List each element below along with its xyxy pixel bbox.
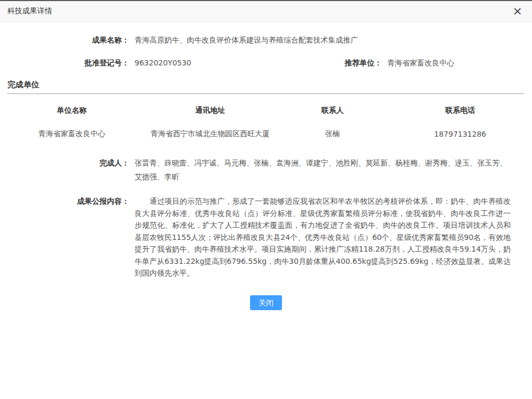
table-row: 青海省家畜改良中心 青海省西宁市城北生物园区西旺大厦 张楠 1879713128… [0, 119, 532, 143]
achievement-name-label: 成果名称： [0, 35, 129, 46]
section-divider [7, 93, 524, 94]
column-header-unit-name: 单位名称 [0, 97, 144, 119]
cell-phone: 18797131286 [388, 119, 532, 143]
modal-header: 科技成果详情 × [0, 1, 532, 22]
column-header-phone: 联系电话 [388, 97, 532, 119]
recommender-field: 推荐单位： 青海省家畜改良中心 [255, 57, 511, 69]
field-row-registration: 批准登记号： 9632020Y0530 推荐单位： 青海省家畜改良中心 [0, 57, 511, 69]
registration-number-value: 9632020Y0530 [135, 57, 255, 69]
completing-units-section-title: 完成单位 [7, 79, 532, 90]
completers-label: 完成人： [0, 156, 129, 170]
bulletin-label: 成果公报内容： [0, 195, 129, 207]
column-header-address: 通讯地址 [144, 97, 277, 119]
cell-contact: 张楠 [277, 119, 388, 143]
completing-units-table: 单位名称 通讯地址 联系人 联系电话 青海省家畜改良中心 青海省西宁市城北生物园… [0, 97, 532, 143]
field-row-achievement-name: 成果名称： 青海高原奶牛、肉牛改良评价体系建设与养殖综合配套技术集成推广 [0, 35, 511, 46]
close-icon[interactable]: × [513, 5, 522, 17]
field-row-completers: 完成人： 张晋青、薛晓蕾、冯宇诚、马元梅、张楠、袁海洲、谭建宁、池胜刚、莫延新、… [0, 156, 511, 184]
registration-number-field: 批准登记号： 9632020Y0530 [0, 57, 255, 69]
achievement-name-value: 青海高原奶牛、肉牛改良评价体系建设与养殖综合配套技术集成推广 [135, 35, 511, 46]
cell-unit-name: 青海省家畜改良中心 [0, 119, 144, 143]
recommender-value: 青海省家畜改良中心 [387, 57, 511, 69]
column-header-contact: 联系人 [277, 97, 388, 119]
table-header-row: 单位名称 通讯地址 联系人 联系电话 [0, 97, 532, 119]
close-button[interactable]: 关闭 [250, 295, 282, 310]
modal-body: 成果名称： 青海高原奶牛、肉牛改良评价体系建设与养殖综合配套技术集成推广 批准登… [0, 22, 532, 310]
registration-number-label: 批准登记号： [0, 57, 129, 69]
recommender-label: 推荐单位： [255, 57, 382, 69]
modal-title: 科技成果详情 [7, 6, 52, 16]
modal-footer: 关闭 [0, 295, 532, 310]
bulletin-value: 通过项目的示范与推广，形成了一套能够适应我省农区和半农半牧区的考核评价体系，即：… [135, 195, 511, 279]
completers-value: 张晋青、薛晓蕾、冯宇诚、马元梅、张楠、袁海洲、谭建宁、池胜刚、莫延新、杨桂梅、谢… [135, 156, 511, 184]
cell-address: 青海省西宁市城北生物园区西旺大厦 [144, 119, 277, 143]
achievement-detail-modal: 科技成果详情 × 成果名称： 青海高原奶牛、肉牛改良评价体系建设与养殖综合配套技… [0, 1, 532, 310]
field-row-bulletin: 成果公报内容： 通过项目的示范与推广，形成了一套能够适应我省农区和半农半牧区的考… [0, 195, 511, 279]
